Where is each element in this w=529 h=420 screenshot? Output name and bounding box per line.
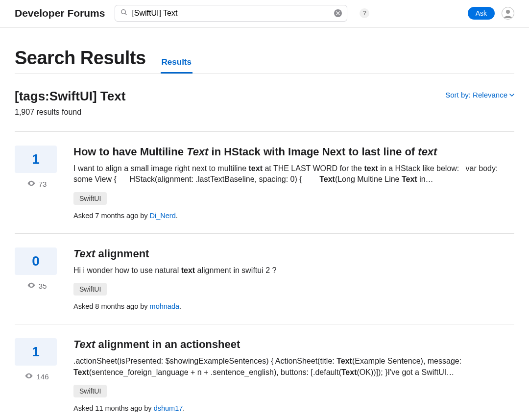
asked-prefix: Asked 7 months ago by <box>73 212 150 220</box>
results-count: 1,907 results found <box>15 108 125 117</box>
search-box[interactable] <box>115 5 347 22</box>
asked-prefix: Asked 11 months ago by <box>73 404 154 412</box>
view-number: 146 <box>36 372 48 381</box>
eye-icon <box>27 179 36 189</box>
search-icon <box>120 8 128 18</box>
result-meta: Asked 11 months ago by dshum17. <box>73 404 514 412</box>
tag-swiftui[interactable]: SwiftUI <box>73 192 107 205</box>
eye-icon <box>27 281 36 291</box>
result-snippet: Hi i wonder how to use natural text alig… <box>73 265 514 276</box>
author-link[interactable]: dshum17 <box>154 404 183 412</box>
help-icon[interactable]: ? <box>360 8 369 18</box>
view-number: 35 <box>39 282 47 290</box>
result-snippet: .actionSheet(isPresented: $showingExampl… <box>73 356 514 378</box>
result-title[interactable]: Text alignment in an actionsheet <box>73 338 514 351</box>
page-title: Search Results <box>15 48 146 74</box>
title-row: Search Results Results <box>15 28 514 74</box>
tabs: Results <box>161 57 192 74</box>
reply-count: 1 <box>15 338 57 366</box>
reply-count: 1 <box>15 146 57 173</box>
header-right: Ask <box>468 7 514 20</box>
svg-point-4 <box>506 10 510 14</box>
tag-swiftui[interactable]: SwiftUI <box>73 385 107 397</box>
clear-icon[interactable] <box>334 9 342 17</box>
eye-icon <box>24 371 33 382</box>
result-item: 1 146 Text alignment in an actionsheet .… <box>15 324 514 420</box>
result-title[interactable]: Text alignment <box>73 247 514 260</box>
chevron-down-icon <box>509 91 514 99</box>
query-display: [tags:SwiftUI] Text <box>15 89 125 104</box>
result-snippet: I want to align a small image right next… <box>73 163 514 185</box>
author-link[interactable]: Di_Nerd <box>150 212 176 220</box>
result-item: 1 73 How to have Multiline Text in HStac… <box>15 131 514 233</box>
view-number: 73 <box>39 180 47 188</box>
svg-point-6 <box>30 284 32 286</box>
result-title[interactable]: How to have Multiline Text in HStack wit… <box>73 146 514 158</box>
query-row: [tags:SwiftUI] Text 1,907 results found … <box>15 74 514 117</box>
view-count: 73 <box>15 179 59 189</box>
user-avatar[interactable] <box>502 7 514 20</box>
view-count: 35 <box>15 281 59 291</box>
header-bar: Developer Forums ? Ask <box>0 0 529 28</box>
svg-line-1 <box>125 13 127 15</box>
sort-dropdown[interactable]: Sort by: Relevance <box>445 91 514 99</box>
tab-results[interactable]: Results <box>161 57 192 74</box>
ask-button[interactable]: Ask <box>468 7 495 20</box>
view-count: 146 <box>15 371 59 382</box>
result-meta: Asked 7 months ago by Di_Nerd. <box>73 212 514 220</box>
author-link[interactable]: mohnada <box>150 302 179 310</box>
asked-prefix: Asked 8 months ago by <box>73 302 150 310</box>
svg-point-7 <box>28 375 30 377</box>
reply-count: 0 <box>15 247 57 275</box>
tag-swiftui[interactable]: SwiftUI <box>73 283 107 296</box>
result-meta: Asked 8 months ago by mohnada. <box>73 302 514 310</box>
result-item: 0 35 Text alignment Hi i wonder how to u… <box>15 233 514 324</box>
search-input[interactable] <box>132 9 330 18</box>
brand-title[interactable]: Developer Forums <box>15 7 105 19</box>
svg-point-5 <box>30 183 32 184</box>
results-list: 1 73 How to have Multiline Text in HStac… <box>15 131 514 420</box>
sort-label: Sort by: Relevance <box>445 91 507 99</box>
